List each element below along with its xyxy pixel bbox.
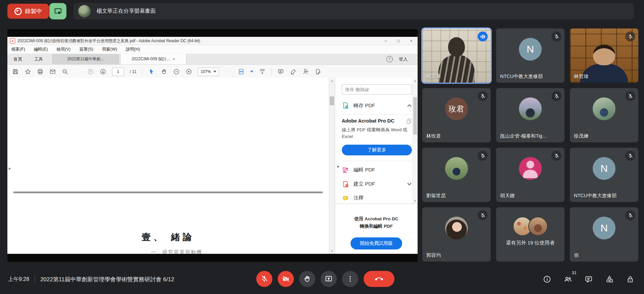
present-button[interactable] — [321, 271, 337, 287]
photo-avatar — [445, 157, 468, 180]
participant-tile[interactable]: 郭容均 — [422, 207, 491, 262]
divider — [35, 276, 35, 283]
meeting-details-button[interactable] — [543, 275, 551, 284]
comment-tool-icon[interactable] — [277, 68, 284, 75]
menubar-item[interactable]: 檢視(V) — [57, 47, 71, 52]
zoom-in-icon[interactable] — [185, 68, 192, 75]
sign-in-link[interactable]: 登入 — [399, 56, 408, 62]
chevron-down-icon[interactable] — [250, 71, 253, 73]
edit-document-icon[interactable] — [315, 68, 321, 75]
mic-off-icon — [625, 31, 635, 42]
select-tool-icon[interactable] — [148, 68, 155, 75]
mic-off-icon — [551, 31, 561, 42]
menubar-item[interactable]: 編輯(E) — [34, 47, 48, 52]
chevron-down-icon[interactable] — [407, 182, 412, 186]
tools-search-input[interactable] — [342, 84, 412, 94]
scroll-mode-icon[interactable] — [259, 68, 266, 75]
zoom-out-icon[interactable] — [173, 68, 180, 75]
mic-off-icon — [260, 275, 268, 283]
document-heading: 壹、 緒論 — [7, 231, 329, 243]
scrollbar-thumb[interactable] — [413, 97, 417, 135]
lock-icon — [626, 275, 635, 284]
activities-button[interactable] — [605, 275, 614, 284]
menubar-item[interactable]: 說明(H) — [126, 47, 140, 52]
next-page-icon[interactable] — [100, 68, 106, 75]
tool-comment[interactable]: 注釋 — [342, 193, 412, 204]
chevron-up-icon[interactable] — [407, 104, 412, 107]
participant-tile[interactable]: 楊文華 — [422, 28, 491, 83]
menubar-item[interactable]: 檔案(F) — [11, 47, 25, 52]
recording-indicator[interactable]: 錄製中 — [7, 4, 49, 19]
more-options-button[interactable] — [342, 271, 358, 287]
email-icon[interactable] — [49, 68, 56, 75]
participant-tile[interactable]: NNTCU中教大進修部 — [496, 28, 565, 83]
maximize-button[interactable]: □ — [392, 37, 405, 45]
participant-tile[interactable]: 劉翁世昆 — [422, 148, 491, 202]
record-icon — [14, 8, 22, 15]
participant-tile[interactable]: 崑山企管-楊泰和Tig… — [496, 88, 565, 142]
scroll-down-icon[interactable]: ∨ — [413, 198, 418, 203]
letter-avatar: N — [593, 157, 615, 180]
page-number-input[interactable] — [112, 68, 124, 76]
scrollbar-thumb[interactable] — [330, 96, 334, 105]
host-controls-button[interactable] — [626, 275, 635, 284]
end-call-button[interactable] — [364, 271, 394, 287]
acrobat-upsell-footer: 使用 Acrobat Pro DC 轉換和編輯 PDF 開始免費試用版 — [335, 204, 418, 254]
acrobat-menubar: 檔案(F)編輯(E)檢視(V)簽署(S)視窗(W)說明(H) — [7, 45, 418, 54]
tool-edit-pdf[interactable]: 編輯 PDF — [342, 164, 412, 176]
participant-tile[interactable]: 胡天鐘 — [496, 148, 565, 202]
tab-tools[interactable]: 工具 — [28, 54, 49, 64]
raise-hand-button[interactable] — [299, 271, 315, 287]
tools-pane-toggle[interactable]: ▶ — [336, 162, 341, 171]
raise-hand-icon — [303, 275, 311, 283]
document-tab-inactive[interactable]: 2022第11屆中華創... — [52, 54, 119, 64]
scroll-up-icon[interactable]: ∧ — [413, 78, 418, 83]
tool-export-pdf[interactable]: 轉存 PDF — [342, 100, 412, 111]
document-tab-active[interactable]: 2022CIMI-009 探討... × — [120, 54, 186, 64]
print-icon[interactable] — [37, 68, 44, 75]
close-tab-icon[interactable]: × — [173, 57, 175, 62]
help-icon[interactable]: ? — [386, 56, 393, 62]
save-icon[interactable] — [12, 68, 19, 75]
hand-tool-icon[interactable] — [161, 68, 167, 75]
screen-share-active-button[interactable] — [49, 3, 66, 19]
document-scrollbar[interactable]: ∧ ∨ — [329, 78, 335, 254]
tab-home[interactable]: 首頁 — [7, 54, 28, 64]
scroll-up-icon[interactable]: ∧ — [329, 78, 335, 83]
start-free-trial-button[interactable]: 開始免費試用版 — [351, 237, 402, 249]
highlight-tool-icon[interactable] — [290, 68, 297, 75]
participant-tile[interactable]: NNTCU中教大進修部 — [570, 148, 638, 202]
zoom-level-select[interactable]: 107% — [198, 68, 219, 76]
panel-scrollbar[interactable]: ∧ ∨ — [412, 78, 418, 204]
minimize-button[interactable]: – — [379, 37, 392, 45]
page-count-label: / 11 — [130, 69, 137, 74]
fit-width-icon[interactable] — [238, 68, 245, 75]
participant-tile[interactable]: N你 — [570, 207, 638, 262]
acrobat-titlebar[interactable]: A 2022CIMI-009 探討疫情前後消費者對外送平台使用態度之差異.pdf… — [7, 37, 418, 45]
menubar-item[interactable]: 視窗(W) — [102, 47, 117, 52]
close-button[interactable]: × — [405, 37, 418, 45]
menubar-item[interactable]: 簽署(S) — [79, 47, 93, 52]
participant-tile[interactable]: 徐茂練 — [570, 88, 638, 142]
camera-toggle-button[interactable] — [278, 271, 294, 287]
participants-grid: 楊文華NNTCU中教大進修部林哲瑋玫君林玫君崑山企管-楊泰和Tig…徐茂練劉翁世… — [422, 28, 638, 262]
mic-toggle-button[interactable] — [256, 271, 272, 287]
participant-tile[interactable]: 林哲瑋 — [570, 28, 638, 83]
participant-name: NTCU中教大進修部 — [574, 193, 616, 199]
window-title: 2022CIMI-009 探討疫情前後消費者對外送平台使用態度之差異.pdf -… — [17, 38, 200, 44]
learn-more-button[interactable]: 了解更多 — [342, 145, 412, 155]
create-pdf-icon — [342, 180, 349, 188]
pdf-document-view[interactable]: ▶ 壹、 緒論 一、研究背景與動機 — [7, 78, 329, 254]
chat-button[interactable] — [584, 275, 593, 284]
search-icon[interactable] — [62, 68, 68, 75]
star-icon[interactable] — [24, 68, 31, 75]
participant-tile[interactable]: 還有另外 19 位使用者 — [496, 207, 565, 262]
previous-page-icon[interactable] — [87, 68, 94, 75]
person-avatar — [519, 157, 542, 180]
participants-button[interactable]: 31 — [564, 275, 572, 284]
scroll-down-icon[interactable]: ∨ — [329, 248, 335, 253]
participant-tile[interactable]: 玫君林玫君 — [422, 88, 491, 142]
tool-create-pdf[interactable]: 建立 PDF — [342, 178, 412, 190]
nav-pane-toggle[interactable]: ▶ — [7, 164, 12, 173]
fill-sign-icon[interactable] — [302, 68, 309, 75]
